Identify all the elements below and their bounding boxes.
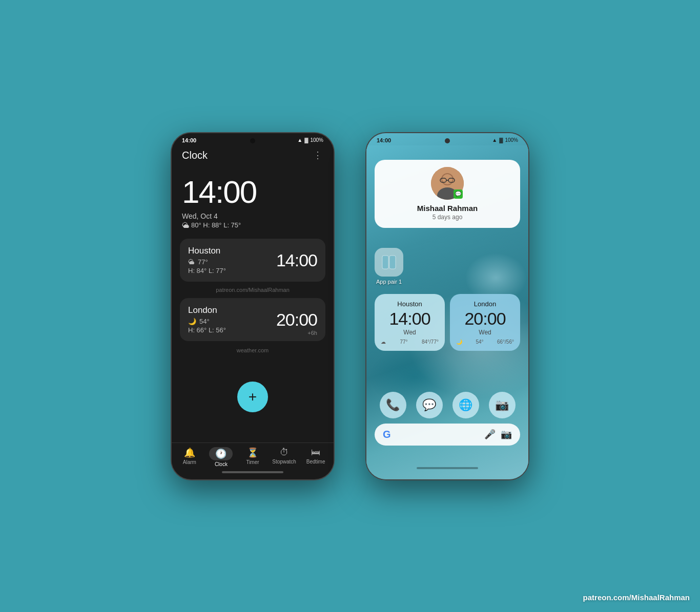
main-clock-time: 14:00 [172, 163, 334, 212]
svg-rect-7 [382, 256, 388, 269]
london-widget[interactable]: London 20:00 Wed 🌙 54° 66°/56° [450, 294, 520, 351]
houston-time: 14:00 [276, 250, 317, 270]
london-time: 20:00 [276, 309, 317, 329]
weather-source: weather.com [172, 347, 334, 353]
weather-cloud-icon: 🌥 [182, 221, 189, 229]
app-pair-widget[interactable]: App pair 1 [375, 248, 403, 285]
status-time-2: 14:00 [377, 137, 391, 143]
clock-app-header: Clock ⋮ [172, 145, 334, 163]
london-widget-weather: 🌙 54° 66°/56° [456, 339, 514, 345]
alarm-label: Alarm [183, 459, 196, 465]
chrome-app-icon[interactable]: 🌐 [452, 392, 479, 418]
phone-2: 14:00 ▲ ▓ 100% [365, 132, 529, 480]
status-bar-2: 14:00 ▲ ▓ 100% [366, 133, 528, 145]
nav-bedtime[interactable]: 🛏 Bedtime [303, 447, 328, 467]
message-badge: 💬 [454, 189, 463, 199]
battery-icon: ▓ [304, 137, 308, 143]
houston-weather-icon: 🌥 [188, 258, 195, 266]
google-g-icon: G [383, 429, 391, 440]
phone-app-icon[interactable]: 📞 [380, 392, 406, 418]
camera-dot-1 [250, 138, 255, 143]
bedtime-label: Bedtime [306, 459, 325, 465]
stopwatch-icon: ⏱ [280, 447, 289, 458]
houston-widget-time: 14:00 [381, 309, 439, 329]
camera-app-icon[interactable]: 📷 [489, 392, 516, 418]
person-name: Mishaal Rahman [417, 204, 478, 213]
people-widget[interactable]: 💬 Mishaal Rahman 5 days ago [375, 160, 520, 228]
microphone-icon[interactable]: 🎤 [484, 429, 496, 440]
clock-widgets-row: Houston 14:00 Wed ☁ 77° 84°/77° London 2… [375, 294, 520, 351]
london-widget-time: 20:00 [456, 309, 514, 329]
houston-widget[interactable]: Houston 14:00 Wed ☁ 77° 84°/77° [375, 294, 445, 351]
app-pair-label: App pair 1 [376, 279, 402, 285]
watermark-1: patreon.com/MishaalRahman [172, 287, 334, 293]
alarm-icon: 🔔 [184, 447, 195, 458]
houston-temp: 77° [198, 258, 208, 266]
phone-1: 14:00 ▲ ▓ 100% Clock ⋮ 14:00 Wed, Oct 4 … [171, 132, 335, 480]
bedtime-icon: 🛏 [311, 447, 320, 458]
svg-rect-8 [389, 256, 396, 269]
camera-dot-2 [445, 138, 450, 143]
message-badge-icon: 💬 [455, 191, 461, 197]
houston-widget-weather: ☁ 77° 84°/77° [381, 339, 439, 345]
stopwatch-label: Stopwatch [272, 459, 296, 465]
fab-area: + [172, 356, 334, 442]
nav-stopwatch[interactable]: ⏱ Stopwatch [272, 447, 297, 467]
london-widget-city: London [456, 300, 514, 308]
phones-container: 14:00 ▲ ▓ 100% Clock ⋮ 14:00 Wed, Oct 4 … [171, 132, 529, 480]
main-date: Wed, Oct 4 [172, 212, 334, 221]
avatar-container: 💬 [431, 167, 464, 200]
battery-percent: 100% [310, 137, 323, 143]
add-clock-button[interactable]: + [237, 382, 268, 412]
nav-timer[interactable]: ⏳ Timer [240, 447, 265, 467]
timer-icon: ⏳ [247, 447, 258, 458]
london-weather-icon: 🌙 [188, 318, 196, 325]
nav-clock[interactable]: 🕐 Clock [208, 447, 234, 467]
clock-label: Clock [215, 461, 228, 467]
clock-app-title: Clock [182, 150, 208, 161]
status-bar-1: 14:00 ▲ ▓ 100% [172, 133, 334, 145]
houston-widget-highlow: 84°/77° [422, 339, 439, 345]
london-widget-weather-icon: 🌙 [456, 339, 462, 345]
timer-label: Timer [246, 459, 259, 465]
status-icons-1: ▲ ▓ 100% [297, 137, 323, 143]
app-pair-icon [375, 248, 403, 277]
main-weather: 🌥 80° H: 88° L: 75° [172, 221, 334, 237]
london-card[interactable]: London 🌙 54° H: 66° L: 56° 20:00 +6h [180, 298, 325, 341]
clock-app: Clock ⋮ 14:00 Wed, Oct 4 🌥 80° H: 88° L:… [172, 145, 334, 476]
houston-widget-city: Houston [381, 300, 439, 308]
london-temp: 54° [199, 318, 210, 325]
lens-icon[interactable]: 📷 [501, 429, 512, 440]
person-time-ago: 5 days ago [433, 214, 463, 221]
london-offset: +6h [307, 330, 317, 336]
home-screen: 💬 Mishaal Rahman 5 days ago App pair 1 [366, 145, 528, 476]
home-indicator-2 [417, 467, 478, 469]
bottom-nav: 🔔 Alarm 🕐 Clock ⏳ Timer ⏱ Stopwatch [172, 442, 334, 469]
battery-icon-2: ▓ [499, 137, 503, 143]
wifi-icon: ▲ [297, 137, 302, 143]
svg-point-3 [442, 174, 452, 184]
dock-area: 📞 💬 🌐 📷 G 🎤 📷 [375, 392, 520, 446]
nav-alarm[interactable]: 🔔 Alarm [177, 447, 202, 467]
app-pair-icon-svg [381, 255, 397, 270]
dock-icons: 📞 💬 🌐 📷 [375, 392, 520, 418]
london-widget-day: Wed [456, 329, 514, 336]
wifi-icon-2: ▲ [492, 137, 497, 143]
messages-app-icon[interactable]: 💬 [416, 392, 443, 418]
page-watermark: patreon.com/MishaalRahman [583, 593, 690, 602]
home-indicator-1 [222, 471, 283, 473]
status-time-1: 14:00 [182, 137, 196, 143]
houston-card[interactable]: Houston 🌥 77° H: 84° L: 77° 14:00 [180, 239, 325, 282]
status-icons-2: ▲ ▓ 100% [492, 137, 518, 143]
battery-percent-2: 100% [505, 137, 518, 143]
houston-widget-weather-icon: ☁ [381, 339, 386, 345]
london-widget-temp: 54° [476, 339, 483, 345]
london-widget-highlow: 66°/56° [497, 339, 514, 345]
more-options-button[interactable]: ⋮ [313, 150, 323, 161]
houston-widget-temp: 77° [400, 339, 407, 345]
clock-nav-icon: 🕐 [215, 449, 227, 459]
weather-text: 80° H: 88° L: 75° [191, 221, 241, 229]
google-search-bar[interactable]: G 🎤 📷 [375, 424, 520, 446]
houston-widget-day: Wed [381, 329, 439, 336]
